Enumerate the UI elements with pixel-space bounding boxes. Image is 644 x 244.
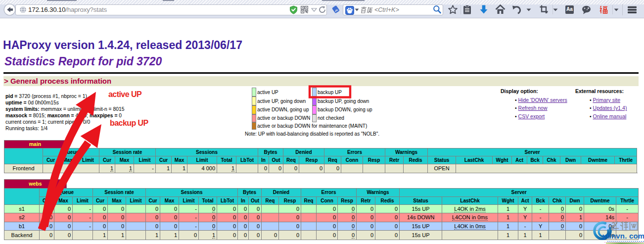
svg-text:yunvn. com: yunvn. com: [602, 232, 644, 240]
